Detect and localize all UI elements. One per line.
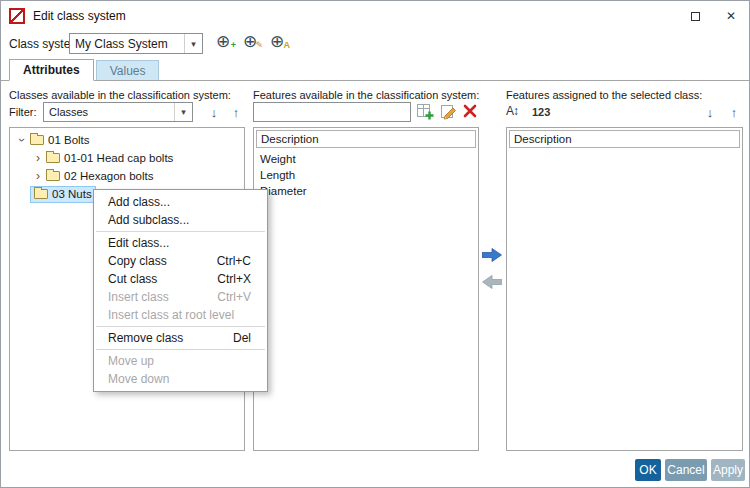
edit-feature-button[interactable] — [440, 103, 457, 120]
list-item[interactable]: Diameter — [257, 183, 475, 199]
plus-badge-icon: + — [231, 35, 236, 55]
maximize-icon — [691, 12, 700, 21]
menu-item-move-up: Move up — [94, 352, 267, 370]
menu-item-copy-class[interactable]: Copy class Ctrl+C — [94, 252, 267, 270]
assigned-features-list: Description — [506, 127, 743, 451]
add-feature-button[interactable] — [417, 103, 434, 120]
title-bar: Edit class system — [1, 1, 749, 31]
move-feature-down-button[interactable]: ↓ — [701, 102, 719, 122]
assigned-items — [507, 150, 742, 152]
collapse-icon[interactable]: › — [15, 134, 29, 146]
folder-icon — [30, 135, 44, 145]
translate-class-system-button[interactable]: ⊕ A — [267, 32, 287, 52]
letter-badge-icon: A — [284, 35, 291, 55]
shortcut-label: Ctrl+C — [217, 254, 251, 268]
tree-item-02-hexagon-bolts[interactable]: › 02 Hexagon bolts — [10, 167, 244, 185]
menu-separator — [96, 349, 265, 350]
tree-item-01-bolts[interactable]: › 01 Bolts — [10, 131, 244, 149]
menu-item-add-subclass[interactable]: Add subclass... — [94, 211, 267, 229]
expand-icon[interactable]: › — [32, 151, 44, 165]
filter-dropdown[interactable]: Classes ▾ — [43, 102, 193, 122]
tree-item-label: 01-01 Head cap bolts — [64, 152, 173, 164]
filter-label: Filter: — [9, 106, 37, 118]
selected-tree-item[interactable]: 03 Nuts — [30, 186, 96, 203]
close-button[interactable]: ✕ — [713, 1, 749, 31]
shortcut-label: Ctrl+V — [217, 290, 251, 304]
menu-item-insert-class: Insert class Ctrl+V — [94, 288, 267, 306]
edit-feature-icon — [440, 103, 457, 120]
shortcut-label: Ctrl+X — [217, 272, 251, 286]
cancel-button[interactable]: Cancel — [665, 459, 707, 481]
sort-numeric-button[interactable]: 123 — [532, 106, 550, 118]
menu-item-insert-class-at-root-level: Insert class at root level — [94, 306, 267, 324]
add-feature-icon — [417, 103, 434, 120]
ok-button[interactable]: OK — [635, 459, 661, 481]
folder-icon — [34, 189, 48, 199]
globe-icon: ⊕ — [270, 32, 284, 51]
assigned-panel-header: Features assigned to the selected class: — [506, 89, 702, 101]
folder-icon — [46, 171, 60, 181]
apply-button[interactable]: Apply — [711, 459, 745, 481]
tree-item-01-01-head-cap-bolts[interactable]: › 01-01 Head cap bolts — [10, 149, 244, 167]
sort-alphabetical-button[interactable]: A↕ — [506, 104, 518, 118]
assign-feature-button[interactable] — [482, 248, 502, 262]
class-system-dropdown[interactable]: My Class System ▾ — [69, 33, 203, 54]
menu-item-cut-class[interactable]: Cut class Ctrl+X — [94, 270, 267, 288]
class-context-menu: Add class... Add subclass... Edit class.… — [93, 189, 268, 392]
arrow-right-icon — [482, 248, 502, 262]
classes-panel-header: Classes available in the classification … — [9, 89, 231, 101]
expand-icon[interactable]: › — [32, 169, 44, 183]
menu-separator — [96, 231, 265, 232]
list-item[interactable]: Weight — [257, 151, 475, 167]
delete-icon — [462, 103, 478, 119]
features-panel-header: Features available in the classification… — [253, 89, 479, 101]
tree-item-label: 02 Hexagon bolts — [64, 170, 154, 182]
pencil-badge-icon: ✎ — [255, 35, 263, 55]
arrow-left-icon — [482, 275, 502, 289]
chevron-down-icon[interactable]: ▾ — [184, 34, 202, 53]
column-header[interactable]: Description — [509, 130, 740, 148]
available-features-list: Description Weight Length Diameter — [253, 127, 479, 451]
move-feature-up-button[interactable]: ↑ — [725, 102, 743, 122]
class-system-value: My Class System — [75, 37, 168, 51]
maximize-button[interactable] — [677, 1, 713, 31]
menu-item-add-class[interactable]: Add class... — [94, 193, 267, 211]
window-controls: ✕ — [677, 1, 749, 31]
add-class-system-button[interactable]: ⊕ + — [213, 32, 233, 52]
move-class-down-button[interactable]: ↓ — [205, 102, 223, 122]
edit-class-system-dialog: Edit class system ✕ Class system: My Cla… — [0, 0, 750, 488]
delete-feature-button[interactable] — [462, 103, 479, 120]
globe-icon: ⊕ — [216, 32, 230, 51]
tree-item-label: 01 Bolts — [48, 134, 90, 146]
feature-search-input[interactable] — [253, 102, 411, 122]
tab-values[interactable]: Values — [96, 60, 160, 80]
edit-class-system-button[interactable]: ⊕ ✎ — [240, 32, 260, 52]
list-item[interactable]: Length — [257, 167, 475, 183]
tab-bar: Attributes Values — [1, 58, 749, 81]
tree-item-label: 03 Nuts — [52, 188, 92, 200]
menu-item-move-down: Move down — [94, 370, 267, 388]
menu-separator — [96, 326, 265, 327]
column-header[interactable]: Description — [256, 130, 476, 148]
tab-attributes[interactable]: Attributes — [9, 59, 94, 81]
chevron-down-icon[interactable]: ▾ — [174, 103, 192, 121]
folder-icon — [46, 153, 60, 163]
window-title: Edit class system — [33, 9, 126, 23]
menu-item-edit-class[interactable]: Edit class... — [94, 234, 267, 252]
filter-value: Classes — [49, 106, 88, 118]
move-class-up-button[interactable]: ↑ — [227, 102, 245, 122]
app-icon — [9, 8, 25, 24]
unassign-feature-button[interactable] — [482, 275, 502, 289]
shortcut-label: Del — [233, 331, 251, 345]
menu-item-remove-class[interactable]: Remove class Del — [94, 329, 267, 347]
feature-items: Weight Length Diameter — [254, 150, 478, 200]
